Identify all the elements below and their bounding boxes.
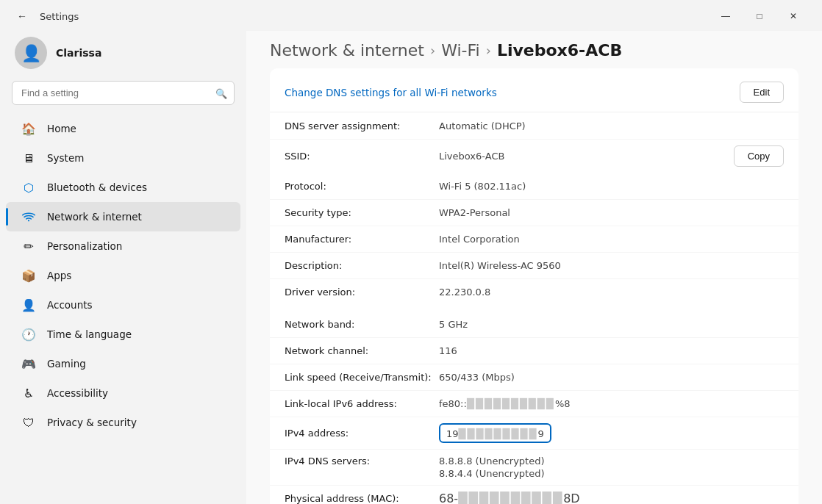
sidebar-item-label: System [47,152,84,164]
sidebar-item-label: Gaming [47,358,86,370]
security-value: WPA2-Personal [439,207,784,218]
edit-button[interactable]: Edit [740,82,784,103]
search-box: 🔍 [12,81,235,105]
breadcrumb-wifi[interactable]: Wi-Fi [441,41,480,60]
system-icon: 🖥 [21,150,37,166]
search-input[interactable] [12,81,235,105]
titlebar: ← Settings — □ ✕ [0,0,822,31]
maximize-button[interactable]: □ [743,4,776,28]
protocol-row: Protocol: Wi-Fi 5 (802.11ac) [270,173,798,199]
ipv4-dns-value1: 8.8.8.8 (Unencrypted) [439,456,545,467]
sidebar-item-accessibility[interactable]: ♿ Accessibility [6,378,240,408]
sidebar-item-apps[interactable]: 📦 Apps [6,261,240,290]
breadcrumb-sep1: › [430,43,435,58]
apps-icon: 📦 [21,267,37,284]
ipv6-value: fe80::██████████%8 [439,398,784,409]
dns-assignment-row: DNS server assignment: Automatic (DHCP) [270,112,798,139]
dns-link-row: Change DNS settings for all Wi-Fi networ… [270,73,798,112]
network-band-value: 5 GHz [439,319,784,330]
ipv6-label: Link-local IPv6 address: [285,398,439,409]
sidebar-item-label: Privacy & security [47,417,137,428]
manufacturer-label: Manufacturer: [285,234,439,245]
privacy-icon: 🛡 [21,414,37,431]
copy-button[interactable]: Copy [734,145,784,167]
ssid-label: SSID: [285,151,439,162]
svg-point-0 [28,220,29,221]
ipv4-label: IPv4 address: [285,428,439,439]
sidebar-item-timelang[interactable]: 🕐 Time & language [6,320,240,349]
link-speed-label: Link speed (Receive/Transmit): [285,372,439,383]
network-band-label: Network band: [285,319,439,330]
sidebar-item-label: Personalization [47,240,122,252]
sidebar-item-home[interactable]: 🏠 Home [6,114,240,143]
dns-assignment-label: DNS server assignment: [285,120,439,132]
spacer [270,305,798,311]
titlebar-left: ← Settings [12,6,79,26]
sidebar-item-personalization[interactable]: ✏️ Personalization [6,231,240,261]
security-row: Security type: WPA2-Personal [270,199,798,226]
link-speed-row: Link speed (Receive/Transmit): 650/433 (… [270,364,798,390]
sidebar-item-label: Bluetooth & devices [47,181,147,193]
ipv4-dns-values: 8.8.8.8 (Unencrypted) 8.8.4.4 (Unencrypt… [439,456,545,479]
settings-window: ← Settings — □ ✕ 👤 Clarissa 🔍 🏠 Home [0,0,822,504]
sidebar-item-bluetooth[interactable]: ⬡ Bluetooth & devices [6,173,240,202]
accessibility-icon: ♿ [21,385,37,401]
dns-change-link[interactable]: Change DNS settings for all Wi-Fi networ… [285,87,497,98]
content-area: 👤 Clarissa 🔍 🏠 Home 🖥 System ⬡ Bluetooth… [0,31,822,504]
sidebar-item-accounts[interactable]: 👤 Accounts [6,290,240,320]
network-channel-row: Network channel: 116 [270,337,798,364]
sidebar-item-label: Time & language [47,328,132,340]
breadcrumb: Network & internet › Wi-Fi › Livebox6-AC… [246,31,822,68]
ipv6-row: Link-local IPv6 address: fe80::█████████… [270,390,798,417]
protocol-value: Wi-Fi 5 (802.11ac) [439,181,784,192]
main-panel: Network & internet › Wi-Fi › Livebox6-AC… [246,31,822,504]
sidebar-item-network[interactable]: Network & internet [6,202,240,231]
mac-label: Physical address (MAC): [285,493,439,504]
close-button[interactable]: ✕ [776,4,810,28]
ssid-row: SSID: Livebox6-ACB Copy [270,139,798,173]
description-value: Intel(R) Wireless-AC 9560 [439,260,784,271]
driver-label: Driver version: [285,287,439,298]
sidebar-item-system[interactable]: 🖥 System [6,143,240,173]
network-icon [21,209,37,225]
network-channel-value: 116 [439,345,784,356]
personalization-icon: ✏️ [21,238,37,254]
ipv4-dns-row: IPv4 DNS servers: 8.8.8.8 (Unencrypted) … [270,449,798,485]
sidebar: 👤 Clarissa 🔍 🏠 Home 🖥 System ⬡ Bluetooth… [0,31,246,504]
network-channel-label: Network channel: [285,345,439,356]
sidebar-item-label: Apps [47,270,71,281]
back-button[interactable]: ← [12,6,32,26]
ipv4-dns-value2: 8.8.4.4 (Unencrypted) [439,468,545,479]
breadcrumb-current: Livebox6-ACB [497,41,622,60]
breadcrumb-network[interactable]: Network & internet [270,41,424,60]
gaming-icon: 🎮 [21,356,37,372]
sidebar-item-label: Accessibility [47,387,108,399]
window-title: Settings [40,11,79,22]
minimize-button[interactable]: — [709,4,743,28]
description-label: Description: [285,260,439,271]
driver-value: 22.230.0.8 [439,287,784,298]
window-controls: — □ ✕ [709,4,810,28]
home-icon: 🏠 [21,120,37,137]
manufacturer-row: Manufacturer: Intel Corporation [270,226,798,252]
wifi-info-card: Change DNS settings for all Wi-Fi networ… [270,68,798,504]
network-band-row: Network band: 5 GHz [270,311,798,337]
sidebar-item-label: Home [47,123,76,134]
ipv4-dns-label: IPv4 DNS servers: [285,456,439,467]
sidebar-item-gaming[interactable]: 🎮 Gaming [6,349,240,378]
link-speed-value: 650/433 (Mbps) [439,372,784,383]
ssid-value: Livebox6-ACB [439,151,734,162]
mac-row: Physical address (MAC): 68-██████████8D [270,485,798,504]
driver-row: Driver version: 22.230.0.8 [270,278,798,305]
security-label: Security type: [285,207,439,218]
bluetooth-icon: ⬡ [21,179,37,195]
ipv4-row: IPv4 address: 19█████████9 [270,417,798,449]
description-row: Description: Intel(R) Wireless-AC 9560 [270,252,798,278]
ipv4-value-highlight: 19█████████9 [439,423,551,443]
avatar: 👤 [15,37,47,69]
sidebar-item-label: Accounts [47,299,93,311]
mac-value: 68-██████████8D [439,492,580,504]
sidebar-item-privacy[interactable]: 🛡 Privacy & security [6,408,240,437]
manufacturer-value: Intel Corporation [439,234,784,245]
ipv4-value: 19█████████9 [446,428,544,439]
